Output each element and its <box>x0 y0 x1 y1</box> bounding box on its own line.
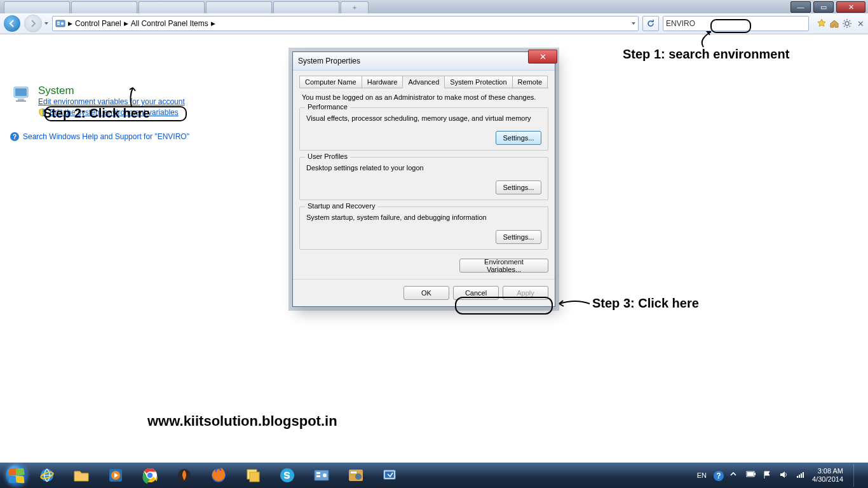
control-panel-icon <box>55 18 65 29</box>
tray-volume-icon[interactable] <box>779 470 789 480</box>
startup-settings-button[interactable]: Settings... <box>496 230 541 244</box>
svg-rect-38 <box>803 472 804 478</box>
new-tab-button[interactable]: ＋ <box>341 1 369 13</box>
taskbar-app-icon[interactable] <box>168 464 200 487</box>
svg-rect-8 <box>16 100 26 102</box>
gear-icon[interactable] <box>842 18 852 29</box>
browser-tab[interactable] <box>71 1 137 13</box>
results-heading: System <box>38 85 74 97</box>
breadcrumb-all-items[interactable]: All Control Panel Items <box>131 19 208 28</box>
tab-computer-name[interactable]: Computer Name <box>299 76 362 88</box>
tray-chevron-icon[interactable] <box>729 470 740 480</box>
group-title: Startup and Recovery <box>305 202 377 210</box>
svg-point-24 <box>323 473 327 477</box>
window-minimize-button[interactable]: — <box>790 1 811 13</box>
nav-back-button[interactable] <box>4 15 20 32</box>
dialog-title: System Properties <box>298 57 360 65</box>
tab-advanced[interactable]: Advanced <box>402 76 445 88</box>
svg-rect-1 <box>57 22 60 23</box>
browser-tabstrip: ＋ — ▭ ✕ <box>0 0 868 14</box>
taskbar-explorer-icon[interactable] <box>65 464 97 487</box>
svg-text:?: ? <box>716 471 721 480</box>
taskbar-firefox-icon[interactable] <box>203 464 234 487</box>
svg-rect-19 <box>250 472 259 482</box>
taskbar-control-panel-icon[interactable] <box>306 464 337 487</box>
start-button[interactable] <box>4 463 29 488</box>
cancel-button[interactable]: Cancel <box>453 286 499 300</box>
link-search-help[interactable]: Search Windows Help and Support for "ENV… <box>23 132 189 141</box>
svg-rect-6 <box>15 88 27 96</box>
breadcrumb-control-panel[interactable]: Control Panel <box>75 19 121 28</box>
nav-history-dropdown[interactable] <box>44 22 48 25</box>
ok-button[interactable]: OK <box>403 286 449 300</box>
refresh-button[interactable] <box>642 16 659 31</box>
browser-tab[interactable] <box>273 1 339 13</box>
help-icon: ? <box>10 132 19 141</box>
taskbar-app-icon[interactable] <box>340 464 372 487</box>
svg-rect-34 <box>754 473 756 475</box>
performance-settings-button[interactable]: Settings... <box>496 131 541 145</box>
favorite-icon[interactable] <box>817 18 827 29</box>
chevron-right-icon: ▶ <box>211 20 215 27</box>
svg-rect-37 <box>801 473 802 478</box>
location-dropdown[interactable] <box>632 22 635 25</box>
show-desktop-button[interactable] <box>853 464 860 487</box>
taskbar-skype-icon[interactable] <box>271 464 303 487</box>
taskbar-notes-icon[interactable] <box>237 464 269 487</box>
toolbar-extras: ✕ <box>817 18 864 29</box>
environment-variables-button[interactable]: Environment Variables... <box>459 259 548 273</box>
group-desc: System startup, system failure, and debu… <box>306 214 541 221</box>
nav-forward-button[interactable] <box>24 15 42 32</box>
user-profiles-settings-button[interactable]: Settings... <box>496 180 541 194</box>
taskbar-media-player-icon[interactable] <box>100 464 132 487</box>
group-title: User Profiles <box>305 152 350 160</box>
home-icon[interactable] <box>829 18 839 29</box>
help-tray-icon[interactable]: ? <box>713 470 723 480</box>
explorer-toolbar: ▶ Control Panel ▶ All Control Panel Item… <box>0 13 868 34</box>
svg-point-26 <box>355 473 362 480</box>
tray-clock[interactable]: 3:08 AM 4/30/2014 <box>812 467 843 484</box>
annotation-step2: Step 2: Click here <box>43 106 150 121</box>
taskbar-app-icon[interactable] <box>374 464 406 487</box>
group-startup-recovery: Startup and Recovery System startup, sys… <box>299 207 548 250</box>
svg-rect-7 <box>18 98 24 100</box>
window-close-button[interactable]: ✕ <box>836 1 865 13</box>
tray-battery-icon[interactable] <box>746 470 756 480</box>
tray-date: 4/30/2014 <box>812 475 843 484</box>
svg-rect-23 <box>316 475 320 477</box>
tray-flag-icon[interactable] <box>763 470 773 480</box>
taskbar-ie-icon[interactable] <box>31 464 63 487</box>
dialog-titlebar[interactable]: System Properties <box>293 52 555 71</box>
group-title: Performance <box>305 103 350 111</box>
dialog-close-button[interactable]: ✕ <box>528 50 557 64</box>
group-desc: Desktop settings related to your logon <box>306 164 541 172</box>
svg-rect-22 <box>316 472 320 474</box>
taskbar: EN ? 3:08 AM 4/30/2014 <box>0 463 868 488</box>
tab-system-protection[interactable]: System Protection <box>444 76 512 88</box>
svg-rect-29 <box>385 471 394 478</box>
tray-network-icon[interactable] <box>796 470 806 480</box>
apply-button[interactable]: Apply <box>503 286 548 300</box>
group-user-profiles: User Profiles Desktop settings related t… <box>299 157 548 200</box>
browser-tab[interactable] <box>4 1 70 13</box>
chevron-right-icon: ▶ <box>68 20 72 27</box>
tab-remote[interactable]: Remote <box>512 76 548 88</box>
annotation-step1: Step 1: search environment <box>623 47 789 62</box>
tab-hardware[interactable]: Hardware <box>362 76 403 88</box>
chevron-right-icon: ▶ <box>124 20 128 27</box>
system-properties-dialog: System Properties ✕ Computer Name Hardwa… <box>292 51 555 307</box>
clear-search-button[interactable]: ✕ <box>857 19 864 29</box>
browser-tab[interactable] <box>206 1 272 13</box>
link-edit-user-env-vars[interactable]: Edit environment variables for your acco… <box>38 97 185 106</box>
svg-point-3 <box>61 22 64 25</box>
search-input[interactable]: ENVIRO <box>663 16 809 31</box>
system-tray: EN ? 3:08 AM 4/30/2014 <box>697 464 864 487</box>
window-maximize-button[interactable]: ▭ <box>813 1 834 13</box>
group-performance: Performance Visual effects, processor sc… <box>299 107 548 151</box>
svg-rect-35 <box>797 476 798 478</box>
breadcrumb-bar[interactable]: ▶ Control Panel ▶ All Control Panel Item… <box>52 16 639 31</box>
browser-tab[interactable] <box>139 1 205 13</box>
tray-language[interactable]: EN <box>697 471 707 479</box>
taskbar-chrome-icon[interactable] <box>134 464 166 487</box>
annotation-url: www.kiitsolution.blogspot.in <box>147 413 337 430</box>
